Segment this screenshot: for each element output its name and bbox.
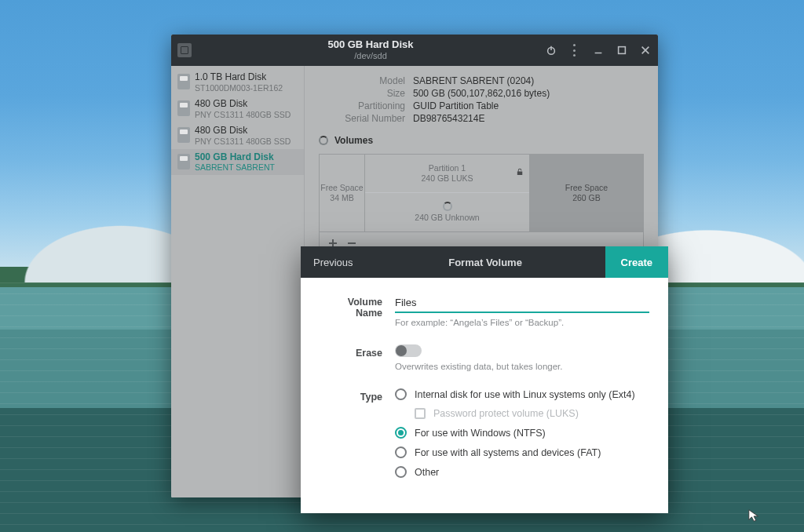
cursor-icon xyxy=(747,508,762,526)
radio-icon xyxy=(395,427,407,439)
lock-icon[interactable] xyxy=(516,168,524,179)
maximize-icon[interactable] xyxy=(616,44,628,56)
checkbox-icon xyxy=(415,408,426,419)
radio-icon xyxy=(395,446,407,458)
dialog-title: Format Volume xyxy=(366,257,605,268)
volume-free-space[interactable]: Free Space 260 GB xyxy=(530,155,643,231)
svg-rect-3 xyxy=(619,47,626,54)
disk-icon xyxy=(177,154,190,169)
type-option-other[interactable]: Other xyxy=(395,466,649,478)
previous-button[interactable]: Previous xyxy=(301,257,366,268)
close-icon[interactable] xyxy=(639,44,652,56)
dialog-body: Volume Name For example: “Angela’s Files… xyxy=(301,278,668,513)
disk-icon xyxy=(177,74,190,89)
type-option-fat[interactable]: For use with all systems and devices (FA… xyxy=(395,446,649,458)
volume-name-input[interactable] xyxy=(395,293,649,313)
spinner-icon xyxy=(443,202,452,211)
volume-partition-1[interactable]: Partition 1 240 GB LUKS xyxy=(365,155,529,193)
titlebar: 500 GB Hard Disk /dev/sdd xyxy=(171,35,658,66)
app-icon[interactable] xyxy=(177,43,192,57)
type-option-ntfs[interactable]: For use with Windows (NTFS) xyxy=(395,427,649,439)
window-subtitle: /dev/sdd xyxy=(196,51,545,61)
title-center: 500 GB Hard Disk /dev/sdd xyxy=(196,39,545,61)
window-title: 500 GB Hard Disk xyxy=(196,39,545,51)
disk-icon xyxy=(177,100,190,116)
erase-hint: Overwrites existing data, but takes long… xyxy=(395,362,649,371)
volume-name-label: Volume Name xyxy=(320,293,395,327)
type-label: Type xyxy=(320,388,395,478)
menu-icon[interactable] xyxy=(568,44,581,56)
power-icon[interactable] xyxy=(545,44,557,56)
disk-icon xyxy=(177,127,190,143)
minimize-icon[interactable] xyxy=(592,44,605,56)
type-option-luks: Password protect volume (LUKS) xyxy=(415,408,649,419)
radio-icon xyxy=(395,388,407,400)
type-option-ext4[interactable]: Internal disk for use with Linux systems… xyxy=(395,388,649,400)
radio-icon xyxy=(395,466,407,478)
format-volume-dialog: Previous Format Volume Create Volume Nam… xyxy=(301,246,668,513)
window-controls xyxy=(545,44,652,56)
volume-partition-sub[interactable]: 240 GB Unknown xyxy=(365,193,529,231)
volume-map[interactable]: Free Space 34 MB Partition 1 240 GB LUKS… xyxy=(319,154,644,232)
volume-name-hint: For example: “Angela’s Files” or “Backup… xyxy=(395,318,649,327)
erase-label: Erase xyxy=(320,344,395,371)
dialog-header: Previous Format Volume Create xyxy=(301,246,668,278)
create-button[interactable]: Create xyxy=(605,246,668,278)
erase-toggle[interactable] xyxy=(395,344,422,357)
